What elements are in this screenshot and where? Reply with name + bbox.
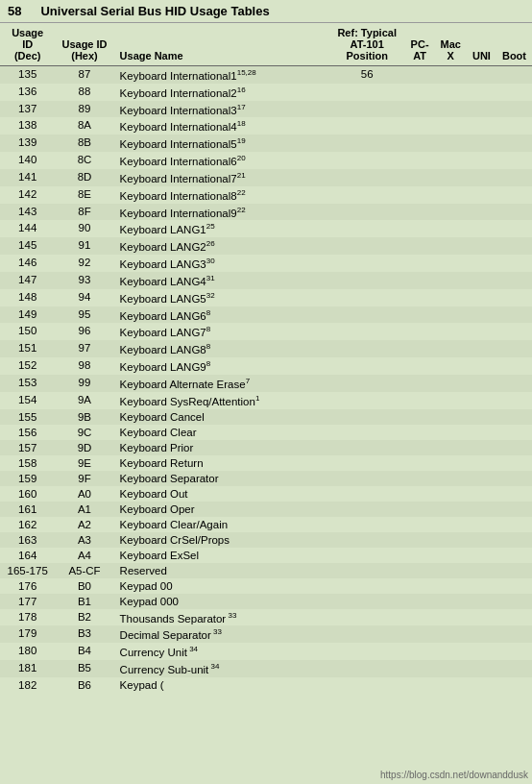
cell-mac [435,340,467,357]
cell-uni [467,186,496,204]
cell-pc [405,578,435,594]
cell-boot [496,625,532,643]
cell-mac [435,548,467,563]
cell-uni [467,204,496,221]
table-row: 13688Keyboard International216 [0,84,532,101]
cell-pc [405,392,435,409]
cell-ref [329,643,405,660]
cell-mac [435,643,467,660]
cell-boot [496,643,532,660]
cell-mac [435,609,467,626]
cell-mac [435,532,467,548]
cell-boot [496,409,532,425]
cell-dec: 141 [0,169,55,186]
cell-dec: 151 [0,340,55,357]
cell-name: Keyboard Clear/Again [114,517,329,532]
cell-ref [329,237,405,255]
cell-pc [405,660,435,677]
cell-mac [435,594,467,609]
cell-ref [329,272,405,289]
cell-dec: 162 [0,517,55,532]
cell-mac [435,117,467,135]
cell-name: Keyboard LANG431 [114,272,329,289]
cell-pc [405,220,435,237]
table-row: 15298Keyboard LANG98 [0,357,532,375]
cell-name: Keyboard International620 [114,152,329,169]
cell-dec: 143 [0,204,55,221]
cell-pc [405,101,435,118]
cell-ref [329,471,405,486]
cell-hex: 90 [55,220,113,237]
cell-mac [435,455,467,471]
cell-name: Keyboard International317 [114,101,329,118]
cell-pc [405,84,435,101]
cell-name: Keyboard International115,28 [114,66,329,84]
cell-boot [496,66,532,84]
cell-boot [496,677,532,693]
cell-uni [467,340,496,357]
cell-mac [435,471,467,486]
cell-boot [496,392,532,409]
cell-name: Decimal Separator 33 [114,625,329,643]
table-row: 13587Keyboard International115,2856 [0,66,532,84]
cell-name: Keypad 00 [114,578,329,594]
cell-uni [467,609,496,626]
cell-dec: 144 [0,220,55,237]
cell-mac [435,152,467,169]
cell-boot [496,84,532,101]
cell-boot [496,237,532,255]
cell-hex: 94 [55,289,113,306]
cell-ref [329,594,405,609]
cell-hex: 92 [55,255,113,272]
cell-ref [329,117,405,135]
cell-hex: B4 [55,643,113,660]
cell-hex: 93 [55,272,113,289]
cell-ref [329,578,405,594]
cell-boot [496,117,532,135]
cell-uni [467,66,496,84]
cell-ref [329,455,405,471]
table-row: 1549AKeyboard SysReq/Attention1 [0,392,532,409]
cell-mac [435,220,467,237]
cell-name: Keyboard Return [114,455,329,471]
cell-uni [467,660,496,677]
cell-uni [467,548,496,563]
cell-hex: B6 [55,677,113,693]
cell-hex: B2 [55,609,113,626]
cell-hex: 8F [55,204,113,221]
table-row: 1438FKeyboard International922 [0,204,532,221]
cell-name: Keyboard Separator [114,471,329,486]
cell-ref [329,306,405,324]
cell-uni [467,578,496,594]
table-row: 162A2Keyboard Clear/Again [0,517,532,532]
cell-pc [405,289,435,306]
col-header-dec: Usage ID(Dec) [0,23,55,66]
cell-mac [435,306,467,324]
cell-hex: 87 [55,66,113,84]
cell-uni [467,375,496,392]
cell-mac [435,486,467,502]
cell-boot [496,502,532,517]
cell-mac [435,169,467,186]
cell-name: Keyboard International519 [114,135,329,152]
cell-boot [496,548,532,563]
cell-ref [329,84,405,101]
table-row: 13789Keyboard International317 [0,101,532,118]
cell-ref [329,220,405,237]
cell-dec: 155 [0,409,55,425]
cell-pc [405,135,435,152]
cell-dec: 163 [0,532,55,548]
cell-hex: 96 [55,323,113,340]
cell-ref [329,392,405,409]
cell-dec: 156 [0,425,55,440]
col-header-hex: Usage ID(Hex) [55,23,113,66]
cell-uni [467,643,496,660]
cell-name: Keypad 000 [114,594,329,609]
cell-dec: 177 [0,594,55,609]
cell-boot [496,272,532,289]
cell-pc [405,425,435,440]
col-header-ref: Ref: Typical AT-101Position [329,23,405,66]
table-row: 14692Keyboard LANG330 [0,255,532,272]
cell-mac [435,323,467,340]
cell-name: Keyboard Alternate Erase7 [114,375,329,392]
